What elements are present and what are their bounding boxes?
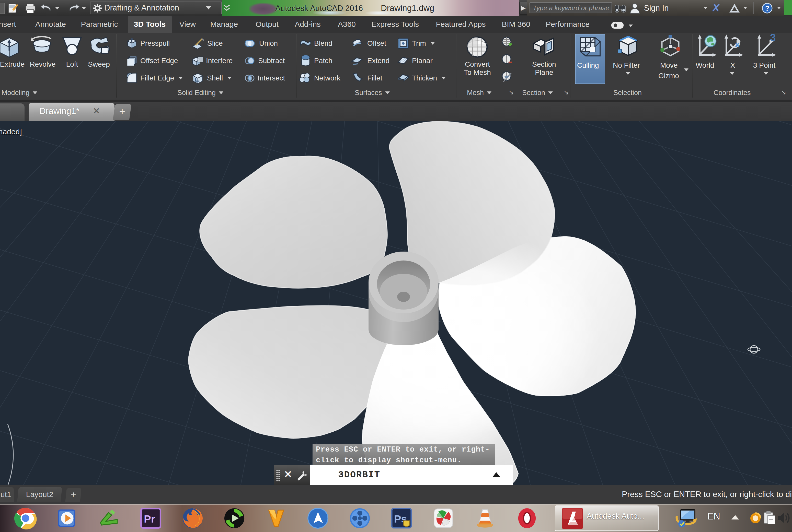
svg-text:Pr: Pr (144, 513, 155, 525)
svg-text:?: ? (765, 4, 769, 12)
svg-text:3: 3 (770, 34, 776, 43)
svg-text:x: x (735, 39, 740, 49)
